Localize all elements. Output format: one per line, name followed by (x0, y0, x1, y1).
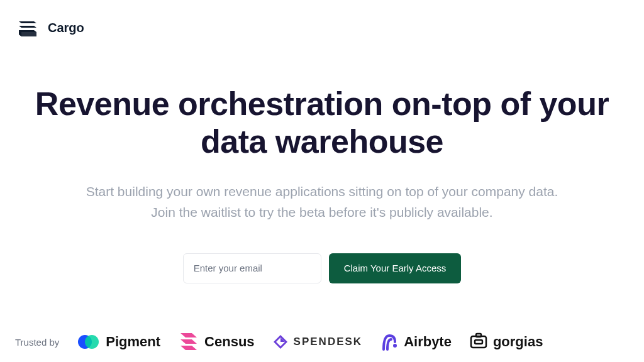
trusted-by-row: Trusted by Pigment Census SPENDESK (0, 332, 644, 352)
signup-form: Claim Your Early Access (0, 253, 644, 283)
sub-line-2: Join the waitlist to try the beta before… (61, 202, 583, 223)
airbyte-label: Airbyte (404, 334, 452, 350)
spendesk-icon (272, 334, 289, 350)
hero-section: Revenue orchestration on-top of your dat… (0, 40, 644, 283)
partner-airbyte: Airbyte (380, 332, 452, 352)
pigment-label: Pigment (106, 334, 160, 350)
brand-name: Cargo (48, 21, 84, 35)
sub-line-1: Start building your own revenue applicat… (61, 181, 583, 202)
gorgias-label: gorgias (493, 334, 543, 350)
claim-access-button[interactable]: Claim Your Early Access (329, 253, 462, 283)
svg-rect-5 (476, 334, 481, 337)
svg-point-2 (393, 344, 397, 348)
partner-gorgias: gorgias (469, 332, 543, 351)
svg-point-1 (85, 335, 99, 349)
page-subheadline: Start building your own revenue applicat… (61, 181, 583, 223)
airbyte-icon (380, 332, 399, 352)
page-headline: Revenue orchestration on-top of your dat… (20, 85, 624, 161)
pigment-icon (77, 332, 101, 351)
svg-rect-4 (475, 340, 482, 344)
gorgias-icon (469, 332, 488, 351)
census-label: Census (204, 334, 254, 350)
spendesk-label: SPENDESK (294, 336, 363, 348)
email-input[interactable] (183, 253, 321, 283)
census-icon (178, 332, 199, 352)
cargo-logo-icon (15, 15, 40, 40)
partner-pigment: Pigment (77, 332, 160, 351)
partner-spendesk: SPENDESK (272, 334, 363, 350)
header: Cargo (0, 0, 644, 40)
svg-rect-3 (471, 336, 486, 348)
partner-census: Census (178, 332, 254, 352)
trusted-by-label: Trusted by (15, 337, 59, 348)
